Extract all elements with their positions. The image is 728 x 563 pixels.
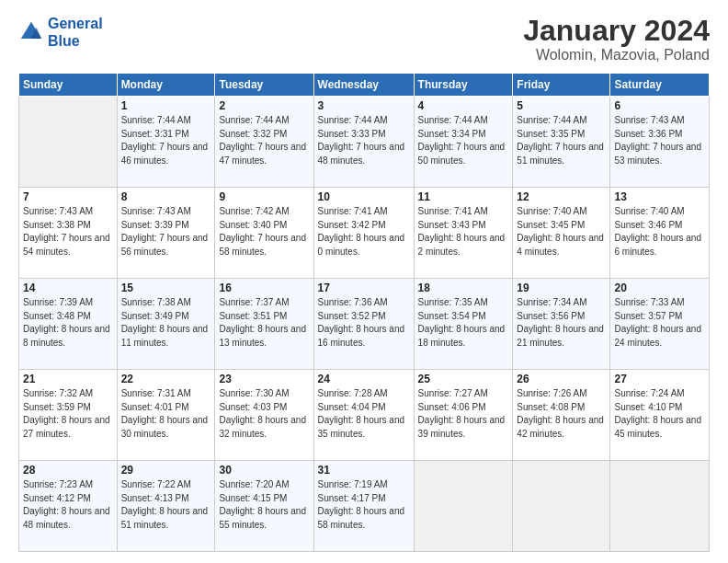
calendar-cell: 4 Sunrise: 7:44 AMSunset: 3:34 PMDayligh…	[414, 97, 513, 188]
calendar-cell: 13 Sunrise: 7:40 AMSunset: 3:46 PMDaylig…	[610, 188, 710, 279]
calendar-week-1: 1 Sunrise: 7:44 AMSunset: 3:31 PMDayligh…	[19, 97, 710, 188]
calendar-cell: 16 Sunrise: 7:37 AMSunset: 3:51 PMDaylig…	[215, 279, 313, 370]
calendar-cell: 23 Sunrise: 7:30 AMSunset: 4:03 PMDaylig…	[215, 370, 313, 461]
calendar-week-3: 14 Sunrise: 7:39 AMSunset: 3:48 PMDaylig…	[19, 279, 710, 370]
day-number: 1	[121, 99, 211, 112]
day-info: Sunrise: 7:39 AMSunset: 3:48 PMDaylight:…	[23, 296, 113, 350]
day-number: 21	[23, 373, 113, 385]
calendar-cell: 29 Sunrise: 7:22 AMSunset: 4:13 PMDaylig…	[117, 461, 215, 552]
day-number: 10	[318, 190, 410, 203]
calendar-cell: 8 Sunrise: 7:43 AMSunset: 3:39 PMDayligh…	[117, 188, 215, 279]
calendar-cell: 10 Sunrise: 7:41 AMSunset: 3:42 PMDaylig…	[313, 188, 414, 279]
day-number: 18	[418, 282, 509, 294]
day-info: Sunrise: 7:44 AMSunset: 3:34 PMDaylight:…	[418, 114, 509, 167]
day-number: 31	[318, 464, 410, 477]
calendar-cell	[19, 97, 118, 188]
calendar-header-row: Sunday Monday Tuesday Wednesday Thursday…	[19, 74, 710, 97]
day-info: Sunrise: 7:32 AMSunset: 3:59 PMDaylight:…	[23, 387, 113, 441]
day-info: Sunrise: 7:43 AMSunset: 3:39 PMDaylight:…	[121, 205, 211, 259]
day-number: 24	[318, 373, 410, 385]
day-number: 30	[219, 464, 309, 477]
day-info: Sunrise: 7:22 AMSunset: 4:13 PMDaylight:…	[121, 478, 211, 532]
calendar-cell: 17 Sunrise: 7:36 AMSunset: 3:52 PMDaylig…	[313, 279, 414, 370]
day-number: 8	[121, 190, 211, 203]
day-number: 19	[517, 282, 606, 294]
col-saturday: Saturday	[610, 74, 710, 97]
calendar-cell: 31 Sunrise: 7:19 AMSunset: 4:17 PMDaylig…	[313, 461, 414, 552]
title-block: January 2024 Wolomin, Mazovia, Poland	[523, 15, 710, 63]
day-info: Sunrise: 7:30 AMSunset: 4:03 PMDaylight:…	[219, 387, 309, 441]
day-number: 5	[517, 99, 606, 112]
day-number: 28	[23, 464, 113, 477]
calendar-cell: 19 Sunrise: 7:34 AMSunset: 3:56 PMDaylig…	[513, 279, 610, 370]
logo: General Blue	[18, 15, 103, 50]
calendar-cell: 2 Sunrise: 7:44 AMSunset: 3:32 PMDayligh…	[215, 97, 313, 188]
day-number: 14	[23, 282, 113, 294]
col-monday: Monday	[117, 74, 215, 97]
day-info: Sunrise: 7:43 AMSunset: 3:36 PMDaylight:…	[614, 114, 705, 167]
calendar-table: Sunday Monday Tuesday Wednesday Thursday…	[18, 73, 710, 552]
logo-text: General Blue	[48, 15, 103, 50]
calendar-cell: 9 Sunrise: 7:42 AMSunset: 3:40 PMDayligh…	[215, 188, 313, 279]
day-number: 27	[614, 373, 705, 385]
calendar-cell: 14 Sunrise: 7:39 AMSunset: 3:48 PMDaylig…	[19, 279, 118, 370]
col-wednesday: Wednesday	[313, 74, 414, 97]
day-number: 15	[121, 282, 211, 294]
day-info: Sunrise: 7:19 AMSunset: 4:17 PMDaylight:…	[318, 478, 410, 532]
calendar-cell: 30 Sunrise: 7:20 AMSunset: 4:15 PMDaylig…	[215, 461, 313, 552]
day-number: 7	[23, 190, 113, 203]
day-number: 6	[614, 99, 705, 112]
calendar-cell: 11 Sunrise: 7:41 AMSunset: 3:43 PMDaylig…	[414, 188, 513, 279]
day-number: 13	[614, 190, 705, 203]
col-tuesday: Tuesday	[215, 74, 313, 97]
day-info: Sunrise: 7:31 AMSunset: 4:01 PMDaylight:…	[121, 387, 211, 441]
calendar-cell: 25 Sunrise: 7:27 AMSunset: 4:06 PMDaylig…	[414, 370, 513, 461]
day-info: Sunrise: 7:26 AMSunset: 4:08 PMDaylight:…	[517, 387, 606, 441]
page-title: January 2024	[523, 15, 710, 47]
day-info: Sunrise: 7:33 AMSunset: 3:57 PMDaylight:…	[614, 296, 705, 350]
day-info: Sunrise: 7:40 AMSunset: 3:46 PMDaylight:…	[614, 205, 705, 259]
calendar-week-5: 28 Sunrise: 7:23 AMSunset: 4:12 PMDaylig…	[19, 461, 710, 552]
day-number: 4	[418, 99, 509, 112]
calendar-cell	[610, 461, 710, 552]
day-number: 29	[121, 464, 211, 477]
day-info: Sunrise: 7:44 AMSunset: 3:35 PMDaylight:…	[517, 114, 606, 167]
day-info: Sunrise: 7:20 AMSunset: 4:15 PMDaylight:…	[219, 478, 309, 532]
day-info: Sunrise: 7:36 AMSunset: 3:52 PMDaylight:…	[318, 296, 410, 350]
calendar-cell: 6 Sunrise: 7:43 AMSunset: 3:36 PMDayligh…	[610, 97, 710, 188]
calendar-page: General Blue January 2024 Wolomin, Mazov…	[0, 0, 728, 563]
calendar-cell: 26 Sunrise: 7:26 AMSunset: 4:08 PMDaylig…	[513, 370, 610, 461]
day-info: Sunrise: 7:23 AMSunset: 4:12 PMDaylight:…	[23, 478, 113, 532]
day-info: Sunrise: 7:44 AMSunset: 3:32 PMDaylight:…	[219, 114, 309, 167]
calendar-cell: 24 Sunrise: 7:28 AMSunset: 4:04 PMDaylig…	[313, 370, 414, 461]
day-number: 16	[219, 282, 309, 294]
calendar-cell: 15 Sunrise: 7:38 AMSunset: 3:49 PMDaylig…	[117, 279, 215, 370]
page-subtitle: Wolomin, Mazovia, Poland	[523, 47, 710, 63]
day-number: 9	[219, 190, 309, 203]
calendar-cell: 1 Sunrise: 7:44 AMSunset: 3:31 PMDayligh…	[117, 97, 215, 188]
col-friday: Friday	[513, 74, 610, 97]
day-info: Sunrise: 7:40 AMSunset: 3:45 PMDaylight:…	[517, 205, 606, 259]
calendar-cell	[414, 461, 513, 552]
day-info: Sunrise: 7:24 AMSunset: 4:10 PMDaylight:…	[614, 387, 705, 441]
page-header: General Blue January 2024 Wolomin, Mazov…	[18, 15, 710, 63]
calendar-week-4: 21 Sunrise: 7:32 AMSunset: 3:59 PMDaylig…	[19, 370, 710, 461]
day-info: Sunrise: 7:41 AMSunset: 3:42 PMDaylight:…	[318, 205, 410, 259]
day-info: Sunrise: 7:38 AMSunset: 3:49 PMDaylight:…	[121, 296, 211, 350]
day-info: Sunrise: 7:35 AMSunset: 3:54 PMDaylight:…	[418, 296, 509, 350]
day-number: 23	[219, 373, 309, 385]
day-number: 3	[318, 99, 410, 112]
day-info: Sunrise: 7:34 AMSunset: 3:56 PMDaylight:…	[517, 296, 606, 350]
day-number: 2	[219, 99, 309, 112]
day-info: Sunrise: 7:37 AMSunset: 3:51 PMDaylight:…	[219, 296, 309, 350]
calendar-week-2: 7 Sunrise: 7:43 AMSunset: 3:38 PMDayligh…	[19, 188, 710, 279]
day-number: 12	[517, 190, 606, 203]
day-number: 11	[418, 190, 509, 203]
day-number: 26	[517, 373, 606, 385]
day-info: Sunrise: 7:43 AMSunset: 3:38 PMDaylight:…	[23, 205, 113, 259]
day-info: Sunrise: 7:28 AMSunset: 4:04 PMDaylight:…	[318, 387, 410, 441]
day-number: 20	[614, 282, 705, 294]
calendar-cell: 12 Sunrise: 7:40 AMSunset: 3:45 PMDaylig…	[513, 188, 610, 279]
day-number: 17	[318, 282, 410, 294]
calendar-cell: 7 Sunrise: 7:43 AMSunset: 3:38 PMDayligh…	[19, 188, 118, 279]
